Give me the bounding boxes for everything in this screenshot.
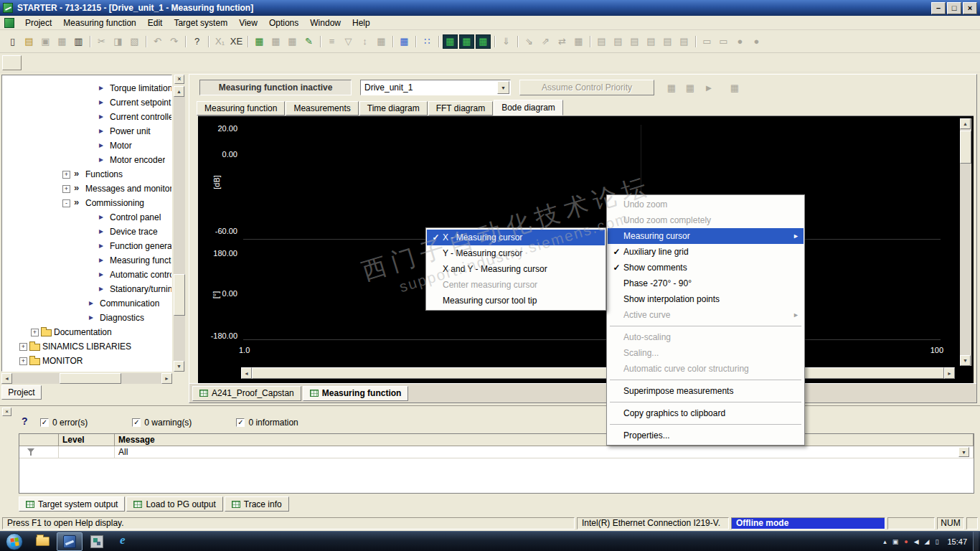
simatic-manager[interactable] [84,532,110,551]
checkbox[interactable]: ✓ [40,418,49,427]
scroll-left-icon[interactable]: ◄ [1,373,12,384]
menu-item[interactable]: Edit [142,17,169,29]
starter[interactable] [57,532,83,551]
tree-item[interactable]: + Functions [2,167,171,182]
scroll-up-icon[interactable]: ▲ [960,118,971,129]
menu-item[interactable]: Options [263,17,304,29]
toolbar-button[interactable]: ▭ [699,34,715,50]
toolbar-button[interactable]: ▤ [676,34,692,50]
submenu-item[interactable]: ✓ X - Measuring cursor [427,230,605,245]
toolbar-button[interactable] [390,34,396,50]
toolbar-button[interactable]: ▦ [373,34,390,50]
scrollbar-thumb[interactable] [174,274,185,316]
context-menu-item[interactable]: ✓ Show interpolation points ► [608,291,804,307]
tree-item[interactable]: Motor [2,138,171,153]
measuring-tab[interactable]: Measurements [286,101,358,116]
start-button[interactable] [6,533,23,550]
toolbar-button[interactable]: ▦ [284,34,301,50]
scroll-left-icon[interactable]: ◄ [241,367,252,379]
tree-item[interactable]: Motor encoder [2,153,171,167]
toolbar-button[interactable]: ⇓ [498,34,514,50]
toolbar-button[interactable] [587,34,593,50]
filter-row-selector[interactable] [19,446,59,458]
tree-horizontal-scrollbar[interactable]: ◄ ► [1,373,172,384]
toolbar-button[interactable]: ▤ [626,34,643,50]
tree-item[interactable]: + Documentation [2,325,171,339]
scrollbar-thumb[interactable] [252,367,944,379]
tree-item[interactable]: Power unit [2,124,171,138]
network[interactable]: ◢ [925,538,930,545]
measuring-tab[interactable]: Measuring function [197,101,285,116]
toolbar-button[interactable]: ▯ [4,34,21,50]
tree-expand-box[interactable]: + [31,329,39,336]
output-tab[interactable]: Load to PG output [126,496,222,512]
toolbar-button[interactable]: ▦ [443,34,458,49]
toolbar-button[interactable] [182,34,189,50]
toolbar-button[interactable]: ▣ [37,34,54,50]
toolbar-button[interactable]: ∷ [419,34,435,50]
tree-expand-box[interactable]: + [62,185,70,193]
context-menu-item[interactable]: ✓ Measuring cursor ► [608,228,804,244]
tree-expand-box[interactable]: + [19,343,27,351]
context-menu-item[interactable]: ✓ Automatic curve color structuring ► [608,361,804,377]
internet-explorer[interactable] [111,532,137,551]
menu-item[interactable]: View [233,17,263,29]
tree-item[interactable]: Control panel [2,210,171,225]
context-menu-item[interactable]: ✓ Show comments ► [608,260,804,276]
tray-app[interactable]: ▣ [892,538,899,545]
level-filter-cell[interactable] [59,446,115,458]
output-filter[interactable]: ✓ 0 warning(s) [132,418,192,428]
submenu-item[interactable]: ✓ Measuring cursor tool tip [427,293,605,309]
show-hidden-icons[interactable]: ▴ [883,538,887,545]
alert[interactable]: ● [904,538,908,545]
toolbar-button[interactable] [143,34,149,50]
tree-item[interactable]: Communication [2,296,171,311]
measuring-tab[interactable]: FFT diagram [428,101,493,116]
toolbar-button[interactable]: ✂ [93,34,110,50]
toolbar-button[interactable]: ▤ [610,34,626,50]
scroll-right-icon[interactable]: ► [161,373,172,384]
show-desktop-button[interactable] [973,532,979,551]
menu-item[interactable]: Project [19,17,57,29]
tree-item[interactable]: Current controller [2,110,171,124]
toolbar-button[interactable]: ▦ [251,34,268,50]
tree-item[interactable]: - Commissioning [2,196,171,210]
context-menu-item[interactable]: ✓ Auxiliary line grid ► [608,244,804,260]
toolbar-button[interactable]: ↶ [149,34,166,50]
toolbar-button[interactable]: ≡ [324,34,340,50]
tree-expand-box[interactable]: - [62,199,70,207]
close-button[interactable]: × [963,2,977,14]
toolbar-button[interactable]: X₁ [212,34,228,50]
scroll-down-icon[interactable]: ▼ [960,355,971,366]
chart-vertical-scrollbar[interactable]: ▲ ▼ [960,118,971,366]
tree-expand-box[interactable]: + [62,171,70,179]
taskbar-clock[interactable]: 15:47 [941,537,973,546]
scroll-down-icon[interactable]: ▼ [174,361,184,372]
toolbar-button[interactable]: ▦ [268,34,284,50]
toolbar-button[interactable]: ↷ [166,34,182,50]
tree-item[interactable]: Measuring function [2,253,171,268]
submenu-item[interactable]: ✓ X and Y - Measuring cursor [427,261,605,277]
tree-item[interactable]: + SINAMICS LIBRARIES [2,339,171,354]
context-menu-item[interactable]: ✓ Scaling... ► [608,345,804,361]
tree-expand-box[interactable]: + [19,357,27,365]
chart-horizontal-scrollbar[interactable]: ◄ ► [241,367,955,379]
document-tab[interactable]: Measuring function [303,386,409,401]
magnitude-plot[interactable] [243,125,941,240]
toolbar-button[interactable]: ? [189,34,205,50]
output-tab[interactable]: Trace info [225,496,289,512]
toolbar-button[interactable]: ▧ [126,34,143,50]
power[interactable]: ▯ [936,538,939,545]
restore-button[interactable]: □ [947,2,961,14]
project-tab[interactable]: Project [1,385,42,400]
context-menu-item[interactable]: ✓ Superimpose measurements ► [608,383,804,399]
menu-item[interactable]: Target system [168,17,233,29]
toolbar-button[interactable]: ⇄ [554,34,570,50]
close-output-icon[interactable]: × [2,408,11,416]
context-menu-item[interactable]: ✓ Phase -270° - 90° ► [608,276,804,291]
toolbar-button[interactable]: ▦ [476,34,491,49]
toolbar-button[interactable] [692,34,699,50]
output-filter[interactable]: ✓ 0 information [236,418,298,428]
toolbar-button[interactable]: ▤ [659,34,676,50]
tree-item[interactable]: Automatic controller setting [2,268,171,282]
